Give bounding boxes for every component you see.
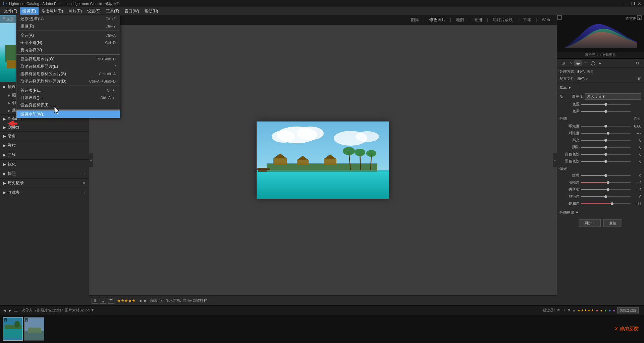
panel-toggle-right[interactable]: ► xyxy=(553,153,557,167)
menu-file[interactable]: 文件(F) xyxy=(1,7,20,15)
loupe-view-btn[interactable]: ⊙ xyxy=(100,298,106,304)
catalog-settings-item[interactable]: 目录设置()... Ctrl+Alt+, xyxy=(16,94,120,101)
redo-item[interactable]: 重做(R) Ctrl+Y xyxy=(16,22,120,30)
nav-map[interactable]: 地图 xyxy=(452,16,467,24)
curve-header[interactable]: ▶ 曲线 xyxy=(0,150,89,159)
menu-help[interactable]: 帮助(H) xyxy=(142,7,161,15)
undo-item[interactable]: 还原'选择'(U) Ctrl+Z xyxy=(16,15,120,22)
menu-settings[interactable]: 设置(S) xyxy=(85,7,103,15)
sync-button[interactable]: 同步... xyxy=(579,219,600,227)
menu-develop[interactable]: 修改照片(D) xyxy=(39,7,66,15)
clarity-slider[interactable] xyxy=(581,182,631,183)
nav-slideshow[interactable]: 幻灯片放映 xyxy=(489,16,516,24)
star-filter[interactable]: ★★★★★ xyxy=(577,308,594,312)
nav-book[interactable]: 画册 xyxy=(471,16,486,24)
crop-tool[interactable]: ⊞ xyxy=(559,60,567,66)
filmstrip-thumb-1[interactable]: 1 xyxy=(3,317,23,341)
exposure-slider[interactable] xyxy=(581,126,631,127)
graduated-filter-tool[interactable]: ▭ xyxy=(582,60,589,66)
filmstrip-nav-prev[interactable]: ◄ xyxy=(3,308,6,312)
processing-color[interactable]: 彩色 xyxy=(577,69,585,74)
history-x[interactable]: ✕ xyxy=(82,181,86,186)
restore-button[interactable]: ❐ xyxy=(631,1,635,6)
next-btn[interactable]: ► xyxy=(144,298,148,303)
select-active-item[interactable]: 仅选择现用照片(O) Ctrl+Shift+D xyxy=(16,55,120,63)
reset-button[interactable]: 复位 xyxy=(603,219,622,227)
menu-photo[interactable]: 照片(P) xyxy=(66,7,85,15)
collections-plus[interactable]: + xyxy=(83,190,86,195)
nav-web[interactable]: Web xyxy=(539,16,553,23)
color-filter-red[interactable]: ● xyxy=(596,308,598,312)
whites-slider[interactable] xyxy=(581,154,631,155)
invert-select-item[interactable]: 反向选择(V) xyxy=(16,46,120,54)
collections-header[interactable]: ▶ 收藏夹 + xyxy=(0,188,89,197)
star-rating-filter[interactable]: ★★★★★ xyxy=(117,298,136,303)
history-header[interactable]: ▶ 历史记录 ✕ xyxy=(0,178,89,188)
filmstrip-thumb-2[interactable]: 2 xyxy=(24,317,44,341)
sort-icon[interactable]: ≡ xyxy=(573,308,575,312)
sharpen-header[interactable]: ▶ 锐化 xyxy=(0,159,89,169)
select-all-item[interactable]: 全选(A) Ctrl+A xyxy=(16,32,120,39)
color-filter-green[interactable]: ● xyxy=(604,308,607,312)
reject-filter-icon[interactable]: ⚑ xyxy=(568,308,571,312)
snapshots-header[interactable]: ▶ 快照 + xyxy=(0,169,89,178)
red-eye-tool[interactable]: ◎ xyxy=(574,60,582,66)
flag-filter-icon[interactable]: ⚑ xyxy=(557,308,560,312)
compare-btn[interactable]: YY xyxy=(108,298,114,304)
temp-slider[interactable] xyxy=(581,104,631,105)
profile-grid-icon[interactable]: ⊞ xyxy=(638,77,641,81)
close-filter-btn[interactable]: 关闭过滤器 xyxy=(617,307,639,313)
tone-curve-header[interactable]: 色调曲线 ▼ xyxy=(557,208,644,217)
snapshots-plus[interactable]: + xyxy=(83,171,86,177)
highlights-slider[interactable] xyxy=(581,140,631,141)
grain-header[interactable]: ▶ 颗粒 xyxy=(0,141,89,150)
minimize-button[interactable]: — xyxy=(624,1,628,6)
color-filter-purple[interactable]: ● xyxy=(613,308,615,312)
color-filter-blue[interactable]: ● xyxy=(609,308,611,312)
texture-slider[interactable] xyxy=(581,175,631,176)
menu-tools[interactable]: 工具(T) xyxy=(103,7,122,15)
contrast-slider[interactable] xyxy=(581,133,631,134)
tint-slider[interactable] xyxy=(581,111,631,112)
filmstrip-nav-next[interactable]: ► xyxy=(8,308,12,312)
select-none-item[interactable]: 全部不选(N) Ctrl+D xyxy=(16,39,120,46)
tone-auto[interactable]: 自动 xyxy=(634,116,641,121)
spot-removal-tool[interactable]: ○ xyxy=(567,60,574,66)
menu-window[interactable]: 窗口(W) xyxy=(122,7,142,15)
identity-plate-item[interactable]: 设置身份标识(I)... xyxy=(16,101,120,109)
grid-view-btn[interactable]: ⊞ xyxy=(92,298,98,304)
wb-dropdown[interactable]: 原照设置▼ xyxy=(585,93,641,100)
color-filter-yellow[interactable]: ● xyxy=(600,308,602,312)
basic-section-header[interactable]: 基本 ▼ xyxy=(557,84,644,92)
filename[interactable]: 图片素材02.jpg ▼ xyxy=(65,308,94,313)
processing-bw[interactable]: 黑白 xyxy=(587,69,594,74)
shadows-slider[interactable] xyxy=(581,147,631,148)
eyedropper-tool[interactable]: ✎ xyxy=(559,94,564,99)
edit-watermark-item[interactable]: 编辑水印(W)... xyxy=(16,110,120,118)
blacks-slider[interactable] xyxy=(581,161,631,162)
select-flagged-item[interactable]: 选择有留用旗标的照片(S) Ctrl+Alt+A xyxy=(16,70,120,78)
panel-toggle-left[interactable]: ◄ xyxy=(89,153,93,167)
deselect-unflagged-item[interactable]: 取消选择无旗标的照片(D) Ctrl+Alt+Shift+D xyxy=(16,78,120,85)
optics-header[interactable]: ▶ Optics xyxy=(0,123,89,131)
profile-value[interactable]: 颜色 ÷ xyxy=(577,76,636,81)
close-button[interactable]: ✕ xyxy=(638,1,641,6)
settings-icon[interactable]: ⚙ xyxy=(634,60,641,66)
adjustment-brush-tool[interactable]: ▸ xyxy=(596,60,604,66)
auto-label[interactable]: 自动♦ xyxy=(182,298,192,303)
vignette-header[interactable]: ▶ 暗角 xyxy=(0,131,89,141)
checkbox-soft-proof[interactable]: □ 软打样 xyxy=(193,298,208,303)
deselect-active-item[interactable]: 取消选择现用照片(E) / xyxy=(16,63,120,70)
menu-edit[interactable]: 编辑(E) xyxy=(20,7,39,15)
saturation-slider[interactable] xyxy=(581,203,631,204)
nav-library[interactable]: 图库 xyxy=(408,16,422,24)
prev-btn[interactable]: ◄ xyxy=(138,298,142,303)
nav-print[interactable]: 打印 xyxy=(520,16,535,24)
histogram-label[interactable]: 直方图 ▼ xyxy=(626,16,641,21)
preferences-item[interactable]: 首选项(P)... Ctrl+, xyxy=(16,87,120,94)
radial-filter-tool[interactable]: ◯ xyxy=(589,60,596,66)
dehaze-slider[interactable] xyxy=(581,189,631,190)
vibrance-slider[interactable] xyxy=(581,196,631,197)
flag-filter-icon2[interactable]: ⚐ xyxy=(562,308,566,312)
nav-develop[interactable]: 修改照片 xyxy=(426,16,449,24)
